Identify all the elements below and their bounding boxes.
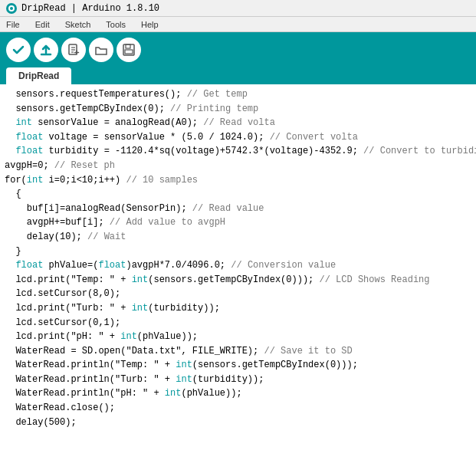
code-editor[interactable]: sensors.requestTemperatures(); // Get te… [0, 84, 476, 457]
app-icon [6, 3, 17, 14]
code-line-7: avgpH=0; // Reset ph [5, 159, 471, 173]
menu-sketch[interactable]: Sketch [62, 19, 94, 30]
code-line-12: delay(10); // Wait [5, 230, 471, 245]
code-line-17: lcd.setCursor(8,0); [5, 287, 471, 301]
checkmark-icon [11, 43, 25, 57]
new-icon [67, 43, 80, 57]
title-bar: DripRead | Arduino 1.8.10 [0, 0, 476, 17]
code-line-0: sensors.requestTemperatures(); // Get te… [5, 87, 471, 102]
code-line-24: WaterRead.println("Turb: " + int(turbidi… [5, 373, 471, 387]
code-line-25: WaterRead.println("pH: " + int(phValue))… [5, 386, 471, 401]
code-line-13: } [5, 245, 471, 259]
verify-button[interactable] [6, 38, 31, 62]
open-icon [94, 43, 108, 57]
code-line-22: WaterRead = SD.open("Data.txt", FILE_WRI… [5, 344, 471, 359]
save-icon [122, 43, 136, 57]
code-line-8: for(int i=0;i<10;i++) // 10 samples [5, 173, 471, 188]
toolbar [0, 32, 476, 67]
title-bar-text: DripRead | Arduino 1.8.10 [21, 3, 159, 14]
code-line-3: int sensorValue = analogRead(A0); // Rea… [5, 116, 471, 130]
code-line-19: lcd.setCursor(0,1); [5, 316, 471, 330]
upload-button[interactable] [34, 38, 58, 62]
tab-dripread[interactable]: DripRead [6, 67, 71, 84]
code-line-14: float phValue=(float)avgpH*7.0/4096.0; /… [5, 258, 471, 273]
upload-icon [39, 43, 53, 57]
code-line-10: buf[i]=analogRead(SensorPin); // Read va… [5, 202, 471, 216]
code-line-11: avgpH+=buf[i]; // Add value to avgpH [5, 215, 471, 230]
svg-rect-12 [125, 50, 133, 54]
code-line-16: lcd.print("Temp: " + int(sensors.getTemp… [5, 273, 471, 288]
menu-edit[interactable]: Edit [32, 19, 53, 30]
code-line-18: lcd.print("Turb: " + int(turbidity)); [5, 301, 471, 316]
menu-tools[interactable]: Tools [103, 19, 129, 30]
menu-bar: File Edit Sketch Tools Help [0, 17, 476, 32]
code-line-28: delay(500); [5, 416, 471, 430]
code-line-1: sensors.getTempCByIndex(0); // Printing … [5, 102, 471, 117]
code-line-5: float turbidity = -1120.4*sq(voltage)+57… [5, 144, 471, 159]
new-button[interactable] [61, 38, 86, 62]
code-line-20: lcd.print("pH: " + int(phValue)); [5, 330, 471, 344]
code-line-9: { [5, 187, 471, 202]
save-button[interactable] [117, 38, 141, 62]
svg-point-2 [10, 7, 13, 10]
menu-help[interactable]: Help [138, 19, 162, 30]
menu-file[interactable]: File [3, 19, 23, 30]
tab-bar: DripRead [0, 67, 476, 84]
open-button[interactable] [89, 38, 113, 62]
code-line-23: WaterRead.println("Temp: " + int(sensors… [5, 358, 471, 373]
code-line-4: float voltage = sensorValue * (5.0 / 102… [5, 130, 471, 145]
code-line-26: WaterRead.close(); [5, 401, 471, 416]
